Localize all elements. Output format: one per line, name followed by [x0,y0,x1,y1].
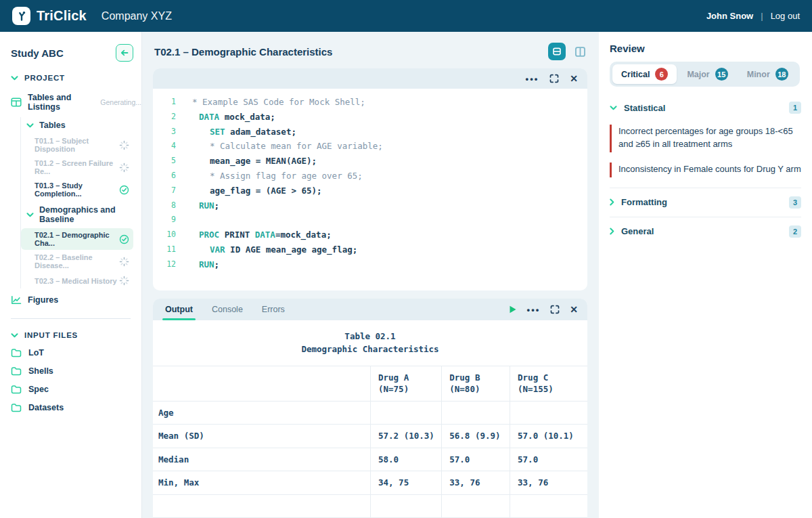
tables-and-listings-label: Tables and Listings [28,93,91,112]
close-button[interactable]: ✕ [570,73,578,84]
table-row: Drug A (N=75)Drug B (N=80)Drug C (N=155) [153,366,587,402]
line-number: 7 [153,184,176,198]
code-line: 5mean_age = MEAN(AGE); [153,154,587,169]
severity-filter-minor[interactable]: Minor18 [738,64,797,84]
tree-item[interactable]: T01.3 – Study Completion... [21,179,133,200]
tables-tree: TablesT01.1 – Subject DispositionT01.2 –… [20,117,133,288]
sidebar-item-project[interactable]: PROJECT [0,74,141,82]
logout-link[interactable]: Log out [771,11,800,21]
input-file-label: LoT [28,348,44,358]
severity-filter-major[interactable]: Major15 [678,64,736,84]
fullscreen-button[interactable] [550,305,560,314]
line-number: 12 [153,257,176,272]
code-line-text: DATA mock_data; [192,110,275,125]
user-name[interactable]: John Snow [706,11,753,21]
check-circle-icon [119,185,129,195]
code-line: 1* Example SAS Code for Mock Shell; [153,95,587,110]
tree-item[interactable]: T01.2 – Screen Failure Re... [21,156,133,178]
table-cell: Drug A (N=75) [370,366,441,401]
review-issue[interactable]: Inconsistency in Female counts for Drug … [610,163,801,177]
input-file-item[interactable]: Datasets [0,403,141,412]
code-line-text: VAR ID AGE mean_age age_flag; [192,242,357,257]
code-line-text: age_flag = (AGE > 65); [192,184,322,198]
horizontal-split-toggle[interactable] [548,43,566,60]
review-section-formatting[interactable]: Formatting3 [610,188,801,217]
table-grid-icon [11,98,22,107]
folder-icon [11,366,22,376]
app-logo[interactable]: TriClick [12,7,87,25]
sidebar-collapse-button[interactable] [116,44,133,62]
tree-item-label: T02.3 – Medical History [35,277,117,285]
study-title: Study ABC [11,47,64,59]
code-line: 6* Assign flag for age over 65; [153,169,587,184]
chevron-right-icon [610,198,614,206]
line-number: 3 [153,125,176,139]
table-cell: 34, 75 [370,471,441,494]
input-file-item[interactable]: Shells [0,366,141,376]
code-line-text: * Assign flag for age over 65; [192,169,363,184]
code-line-text: RUN; [192,198,219,213]
table-cell [153,495,370,517]
input-file-item[interactable]: LoT [0,348,141,358]
severity-filter-critical[interactable]: Critical6 [612,64,677,84]
review-issue[interactable]: Incorrect percentages for age groups 18-… [610,125,801,152]
line-number: 4 [153,139,176,154]
vertical-split-toggle[interactable] [572,44,587,59]
code-lines: 1* Example SAS Code for Mock Shell;2DATA… [153,95,587,272]
table-cell: Mean (SD) [153,425,370,448]
review-section-general[interactable]: General2 [610,217,801,246]
figures-chart-icon [11,295,22,305]
page-title: T02.1 – Demographic Characteristics [154,46,332,58]
more-options-button[interactable]: ••• [527,305,541,314]
table-cell [510,495,587,517]
company-name: Company XYZ [102,10,172,22]
severity-filter-label: Critical [621,70,650,79]
review-section-statistical[interactable]: Statistical1 [610,93,801,122]
tree-item[interactable]: T02.2 – Baseline Disease... [21,251,133,272]
table-row [153,495,587,518]
code-line-text: * Calculate mean for AGE variable; [192,139,383,154]
output-table: Drug A (N=75)Drug B (N=80)Drug C (N=155)… [153,366,587,518]
review-section-label: Formatting [621,197,667,207]
input-file-item[interactable]: Spec [0,385,141,394]
sidebar-item-figures[interactable]: Figures [0,295,141,305]
severity-count-badge: 15 [715,68,728,81]
columns-layout-icon [574,46,586,58]
code-line: 12RUN; [153,257,587,272]
table-row: Mean (SD)57.2 (10.3)56.8 (9.9)57.0 (10.1… [153,425,587,448]
rows-layout-icon [552,47,562,56]
code-line: 7age_flag = (AGE > 65); [153,184,587,198]
more-options-button[interactable]: ••• [526,74,539,83]
section-count-badge: 2 [789,225,801,238]
tab-errors[interactable]: Errors [261,299,286,320]
fullscreen-button[interactable] [549,74,559,83]
tree-group-header[interactable]: Demographics and Baseline [21,202,133,228]
tree-item[interactable]: T02.3 – Medical History [21,273,133,288]
code-line: 3SET adam_dataset; [153,125,587,139]
review-panel: Review Critical6Major15Minor18 Statistic… [599,32,812,518]
line-number: 5 [153,154,176,169]
tree-group-header[interactable]: Tables [21,117,133,133]
main-content: T02.1 – Demographic Characteristics [142,32,599,518]
output-panel: OutputConsoleErrors ••• ✕ [153,299,587,518]
tab-output[interactable]: Output [164,299,194,320]
tab-console[interactable]: Console [210,299,244,320]
sidebar-item-input-files[interactable]: INPUT FILES [0,331,141,339]
table-row: Age [153,402,587,425]
tree-item[interactable]: T02.1 – Demographic Cha... [21,228,133,250]
sidebar-item-tables-and-listings[interactable]: Tables and Listings Generating... [0,93,141,112]
line-number: 1 [153,95,176,110]
table-cell: 57.0 [510,448,587,471]
table-cell: 58.0 [370,448,441,471]
run-button[interactable] [508,305,517,314]
close-button[interactable]: ✕ [570,304,578,315]
code-editor[interactable]: 1* Example SAS Code for Mock Shell;2DATA… [153,89,587,290]
severity-count-badge: 18 [775,68,788,81]
chevron-right-icon [610,228,614,235]
play-icon [508,305,517,314]
severity-filter-group: Critical6Major15Minor18 [610,62,800,87]
tree-item-label: T02.2 – Baseline Disease... [35,253,119,269]
tree-item-label: T02.1 – Demographic Cha... [35,231,119,247]
tree-item[interactable]: T01.1 – Subject Disposition [21,134,133,156]
nav-separator: | [761,11,763,21]
